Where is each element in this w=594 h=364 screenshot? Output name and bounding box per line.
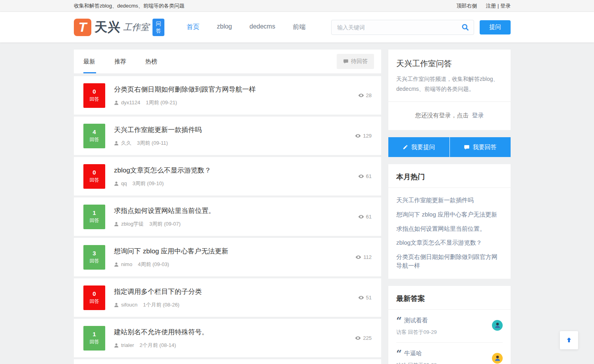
login-notice-link[interactable]: 登录 — [472, 112, 484, 119]
nav-item-zblog[interactable]: zblog — [217, 23, 232, 31]
eye-icon — [358, 92, 364, 98]
question-time: 3周前 (09-07) — [149, 220, 181, 228]
back-to-top-button[interactable] — [560, 331, 578, 349]
question-time: 1周前 (09-21) — [146, 99, 177, 106]
question-time: 2个月前 (08-14) — [140, 342, 176, 349]
i-want-to-ask-button[interactable]: 我要提问 — [388, 137, 450, 157]
question-row[interactable]: 0回答 分类页右侧日期如何删除做到跟官方网导航一样 dyx1124 1周前 (0… — [74, 76, 381, 115]
hot-item[interactable]: 想询问下 zblog 应用中心客户无法更新 — [396, 210, 503, 219]
sidebar-title: 天兴工作室问答 — [396, 58, 503, 69]
ask-question-button[interactable]: 提问 — [480, 20, 511, 34]
question-title[interactable]: 想询问下 zblog 应用中心客户无法更新 — [114, 247, 355, 256]
question-author[interactable]: trialer — [121, 342, 134, 348]
nav-item-dedecms[interactable]: dedecms — [249, 23, 275, 31]
login-notice: 您还没有登录，点击 登录 — [388, 102, 511, 130]
question-author[interactable]: sifoucn — [121, 302, 137, 308]
answer-count-badge: 1回答 — [83, 326, 105, 351]
sidebar: 天兴工作室问答 天兴工作室问答频道，收集和解答zblog、dedecms、前端等… — [388, 50, 511, 364]
question-title[interactable]: 求指点如何设置网站里当前位置。 — [114, 206, 358, 215]
eye-icon — [358, 214, 364, 220]
answer-meta: 哈哈 回答于09-28 — [396, 362, 503, 364]
answer-text: 牛逼哈 — [404, 350, 422, 356]
question-author[interactable]: nimo — [121, 261, 132, 267]
question-row[interactable]: 4回答 天兴工作室能更新一款插件吗 久久 3周前 (09-11) 129 — [74, 117, 381, 155]
question-time: 3周前 (09-11) — [137, 140, 168, 147]
answer-count-badge: 4回答 — [83, 124, 105, 148]
search-icon[interactable] — [461, 23, 469, 31]
site-slogan: 收集和解答zblog、dedecms、前端等的各类问题 — [74, 2, 185, 10]
question-author[interactable]: dyx1124 — [121, 100, 140, 105]
main-nav: 首页 zblog dedecms 前端 — [187, 23, 305, 31]
user-icon — [114, 262, 119, 267]
quote-icon: “ — [396, 348, 402, 359]
question-author[interactable]: zblog学徒 — [121, 220, 144, 228]
site-logo[interactable]: T 天兴 工作室 问 答 — [74, 19, 164, 36]
logo-text-main: 天兴 — [94, 19, 121, 36]
question-row[interactable]: 1回答 建站别名不允许使用特殊符号。 trialer 2个月前 (08-14) … — [74, 319, 381, 357]
search-input[interactable] — [331, 20, 474, 35]
eye-icon — [358, 173, 364, 179]
search-box — [331, 20, 474, 35]
eye-icon — [358, 295, 364, 301]
question-title[interactable]: 指定调用多个栏目下的子分类 — [114, 287, 358, 296]
sidebar-actions: 我要提问 我要回答 — [388, 137, 511, 157]
sidebar-description: 天兴工作室问答频道，收集和解答zblog、dedecms、前端等的各类问题。 — [396, 74, 503, 94]
question-title[interactable]: 天兴工作室能更新一款插件吗 — [114, 125, 355, 134]
view-count: 28 — [358, 92, 372, 98]
question-row[interactable]: 0回答 zblog文章页怎么不显示游览数？ qq 3周前 (09-10) 61 — [74, 157, 381, 195]
i-want-to-answer-button[interactable]: 我要回答 — [450, 137, 511, 157]
answer-count-badge: 1回答 — [83, 205, 105, 229]
view-count: 51 — [358, 295, 372, 301]
question-list-panel: 最新 推荐 热榜 待回答 0回答 分类页右侧日期如何删除做到跟官方网导航一样 d… — [74, 50, 381, 364]
question-time: 1个月前 (08-26) — [143, 301, 179, 308]
view-count: 61 — [358, 214, 372, 220]
main-content: 最新 推荐 热榜 待回答 0回答 分类页右侧日期如何删除做到跟官方网导航一样 d… — [74, 50, 511, 364]
question-row[interactable]: 1回答 求指点如何设置网站里当前位置。 zblog学徒 3周前 (09-07) … — [74, 197, 381, 236]
eye-icon — [355, 133, 361, 139]
question-author[interactable]: qq — [121, 180, 127, 186]
monthly-hot-list: 天兴工作室能更新一款插件吗 想询问下 zblog 应用中心客户无法更新 求指点如… — [388, 188, 511, 279]
login-link[interactable]: 登录 — [500, 3, 511, 9]
question-title[interactable]: 建站别名不允许使用特殊符号。 — [114, 328, 355, 337]
auth-divider: | — [498, 3, 499, 9]
answer-item[interactable]: “测试看看 访客 回答于09-29 — [396, 310, 503, 343]
answer-text: 测试看看 — [404, 317, 428, 324]
view-count: 61 — [358, 173, 372, 179]
tab-latest[interactable]: 最新 — [83, 50, 95, 73]
hot-item[interactable]: 天兴工作室能更新一款插件吗 — [396, 196, 503, 205]
chat-bubble-icon — [464, 144, 470, 150]
question-title[interactable]: zblog文章页怎么不显示游览数？ — [114, 166, 358, 175]
arrow-up-icon — [565, 337, 573, 344]
user-icon — [114, 141, 119, 146]
question-time: 3周前 (09-10) — [132, 180, 164, 187]
user-icon — [114, 343, 119, 348]
question-author[interactable]: 久久 — [121, 140, 131, 147]
user-icon — [114, 181, 119, 186]
tab-recommended[interactable]: 推荐 — [114, 50, 126, 73]
user-icon — [114, 100, 119, 105]
answer-item[interactable]: “牛逼哈 哈哈 回答于09-28 — [396, 343, 503, 364]
user-icon — [114, 303, 119, 307]
nav-item-frontend[interactable]: 前端 — [293, 23, 305, 31]
question-row[interactable]: 2回答 请问zblog的robots怎么写？ — [74, 359, 381, 364]
top-bar: 收集和解答zblog、dedecms、前端等的各类问题 顶部右侧 注册 | 登录 — [0, 0, 594, 12]
latest-answers-title: 最新答案 — [388, 286, 511, 310]
top-right-link[interactable]: 顶部右侧 — [456, 2, 477, 10]
view-count: 225 — [355, 335, 372, 341]
pencil-icon — [403, 144, 408, 150]
answer-meta: 访客 回答于09-29 — [396, 329, 503, 336]
question-title[interactable]: 分类页右侧日期如何删除做到跟官方网导航一样 — [114, 85, 358, 94]
hot-item[interactable]: 分类页右侧日期如何删除做到跟官方网导航一样 — [396, 253, 503, 270]
hot-item[interactable]: zblog文章页怎么不显示游览数？ — [396, 238, 503, 247]
question-row[interactable]: 3回答 想询问下 zblog 应用中心客户无法更新 nimo 4周前 (09-0… — [74, 238, 381, 276]
pending-answer-button[interactable]: 待回答 — [337, 54, 374, 69]
header: T 天兴 工作室 问 答 首页 zblog dedecms 前端 提问 — [0, 12, 594, 42]
logo-text-script: 工作室 — [123, 21, 149, 33]
logo-mark-icon: T — [74, 19, 91, 36]
register-link[interactable]: 注册 — [486, 3, 496, 9]
user-icon — [114, 222, 119, 226]
tab-hot[interactable]: 热榜 — [145, 50, 157, 73]
nav-item-home[interactable]: 首页 — [187, 23, 199, 31]
hot-item[interactable]: 求指点如何设置网站里当前位置。 — [396, 224, 503, 233]
question-row[interactable]: 0回答 指定调用多个栏目下的子分类 sifoucn 1个月前 (08-26) 5… — [74, 278, 381, 317]
